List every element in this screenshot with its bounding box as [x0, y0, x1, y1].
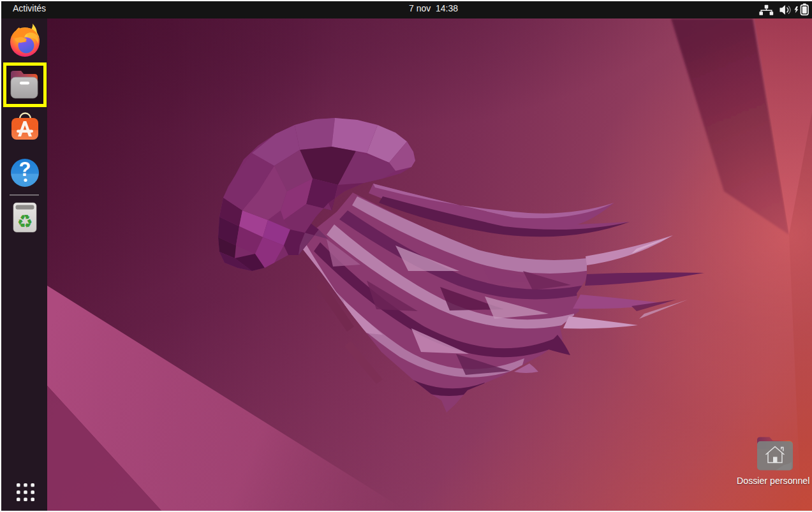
svg-text:?: ? — [19, 158, 31, 180]
svg-text:♻: ♻ — [17, 212, 33, 231]
